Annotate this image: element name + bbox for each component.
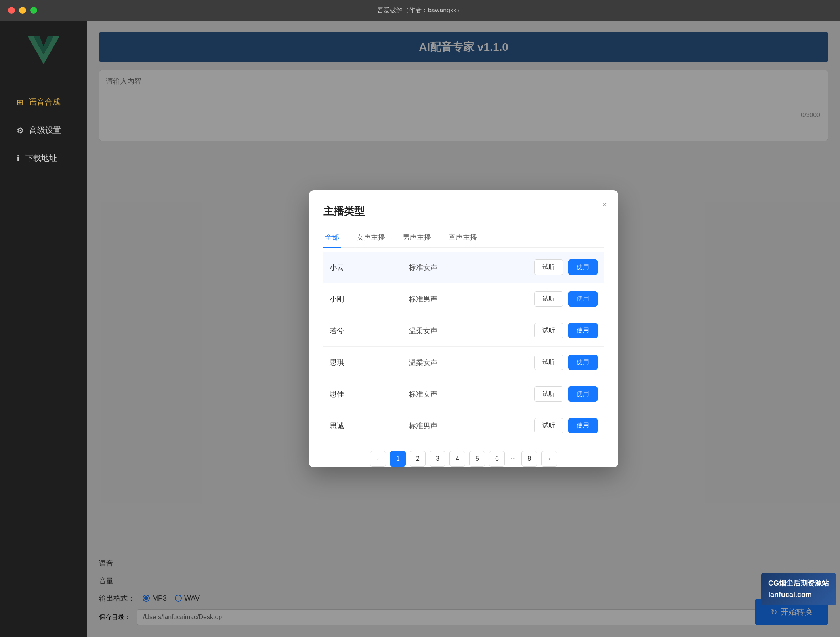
voice-row: 思佳 标准女声 试听 使用	[323, 378, 604, 410]
grid-icon: ⊞	[17, 97, 23, 107]
maximize-button[interactable]	[30, 7, 37, 14]
voice-name: 思琪	[330, 358, 409, 367]
pagination-page-6[interactable]: 6	[489, 451, 505, 467]
sidebar-item-download-label: 下载地址	[25, 153, 57, 164]
voice-type: 标准男声	[409, 421, 534, 431]
sidebar-logo	[0, 32, 87, 68]
pagination: ‹123456···8›	[323, 441, 604, 471]
tab-all[interactable]: 全部	[323, 228, 341, 248]
voice-type: 温柔女声	[409, 358, 534, 367]
use-button[interactable]: 使用	[568, 259, 598, 275]
minimize-button[interactable]	[19, 7, 26, 14]
modal-dialog: 主播类型 × 全部 女声主播 男声主播 童声主播	[309, 190, 618, 467]
sidebar-item-settings-label: 高级设置	[29, 125, 61, 135]
voice-row: 思琪 温柔女声 试听 使用	[323, 347, 604, 378]
tab-male[interactable]: 男声主播	[401, 228, 433, 248]
sidebar-item-voice-synthesis[interactable]: ⊞ 语音合成	[5, 90, 82, 114]
use-button[interactable]: 使用	[568, 418, 598, 433]
voice-row: 思诚 标准男声 试听 使用	[323, 410, 604, 441]
listen-button[interactable]: 试听	[534, 291, 563, 307]
pagination-dots: ···	[509, 455, 517, 462]
modal-overlay[interactable]: 主播类型 × 全部 女声主播 男声主播 童声主播	[87, 21, 840, 637]
listen-button[interactable]: 试听	[534, 386, 563, 402]
app-container: ⊞ 语音合成 ⚙ 高级设置 ℹ 下载地址 AI配音专家 v1.1.0 0/300…	[0, 21, 840, 637]
pagination-page-last[interactable]: 8	[521, 451, 537, 467]
sidebar-item-download-address[interactable]: ℹ 下载地址	[5, 146, 82, 171]
voice-row: 若兮 温柔女声 试听 使用	[323, 315, 604, 347]
voice-actions: 试听 使用	[534, 386, 598, 402]
modal-close-button[interactable]: ×	[602, 200, 607, 210]
use-button[interactable]: 使用	[568, 323, 598, 338]
voice-name: 小刚	[330, 294, 409, 304]
voice-actions: 试听 使用	[534, 259, 598, 275]
listen-button[interactable]: 试听	[534, 355, 563, 370]
voice-name: 小云	[330, 263, 409, 272]
info-icon: ℹ	[17, 154, 20, 163]
sidebar-item-advanced-settings[interactable]: ⚙ 高级设置	[5, 118, 82, 143]
use-button[interactable]: 使用	[568, 291, 598, 307]
close-button[interactable]	[8, 7, 15, 14]
sidebar-item-voice-label: 语音合成	[29, 97, 61, 107]
tab-child-label: 童声主播	[449, 233, 477, 241]
use-button[interactable]: 使用	[568, 355, 598, 370]
modal-title: 主播类型	[323, 204, 604, 218]
tab-child[interactable]: 童声主播	[447, 228, 479, 248]
voice-type: 标准女声	[409, 389, 534, 399]
titlebar: 吾爱破解（作者：bawangxx）	[0, 0, 840, 21]
voice-actions: 试听 使用	[534, 291, 598, 307]
watermark-line1: CG烟尘后期资源站	[768, 578, 829, 589]
voice-actions: 试听 使用	[534, 323, 598, 338]
pagination-next[interactable]: ›	[541, 451, 557, 467]
modal-tabs: 全部 女声主播 男声主播 童声主播	[323, 228, 604, 248]
voice-row: 小刚 标准男声 试听 使用	[323, 283, 604, 315]
use-button[interactable]: 使用	[568, 386, 598, 402]
tab-male-label: 男声主播	[403, 233, 431, 241]
pagination-page-3[interactable]: 3	[430, 451, 445, 467]
voice-actions: 试听 使用	[534, 355, 598, 370]
tab-all-label: 全部	[325, 233, 339, 241]
watermark: CG烟尘后期资源站 lanfucai.com	[761, 573, 836, 605]
pagination-page-2[interactable]: 2	[410, 451, 426, 467]
pagination-page-1[interactable]: 1	[390, 451, 406, 467]
watermark-line2: lanfucai.com	[768, 589, 829, 601]
voice-name: 思佳	[330, 389, 409, 399]
listen-button[interactable]: 试听	[534, 259, 563, 275]
voice-actions: 试听 使用	[534, 418, 598, 433]
voice-table: 小云 标准女声 试听 使用 小刚 标准男声 试听 使用 若兮 温柔女声 试听 使…	[323, 252, 604, 441]
listen-button[interactable]: 试听	[534, 323, 563, 338]
voice-type: 温柔女声	[409, 326, 534, 336]
logo-icon	[24, 32, 63, 68]
pagination-prev[interactable]: ‹	[370, 451, 386, 467]
main-content: AI配音专家 v1.1.0 0/3000 语音 音量 输出格式： MP	[87, 21, 840, 637]
voice-type: 标准男声	[409, 294, 534, 304]
gear-icon: ⚙	[17, 126, 24, 135]
voice-name: 若兮	[330, 326, 409, 336]
pagination-page-4[interactable]: 4	[449, 451, 465, 467]
voice-name: 思诚	[330, 421, 409, 431]
listen-button[interactable]: 试听	[534, 418, 563, 433]
voice-row: 小云 标准女声 试听 使用	[323, 252, 604, 283]
titlebar-buttons	[8, 7, 37, 14]
titlebar-title: 吾爱破解（作者：bawangxx）	[377, 6, 463, 15]
voice-type: 标准女声	[409, 263, 534, 272]
sidebar: ⊞ 语音合成 ⚙ 高级设置 ℹ 下载地址	[0, 21, 87, 637]
pagination-page-5[interactable]: 5	[469, 451, 485, 467]
tab-female-label: 女声主播	[357, 233, 385, 241]
tab-female[interactable]: 女声主播	[355, 228, 387, 248]
